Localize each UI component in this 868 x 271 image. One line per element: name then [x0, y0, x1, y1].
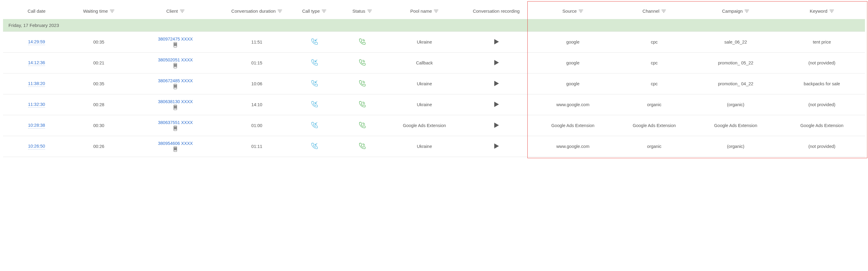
answered-call-icon — [358, 121, 366, 129]
client-number-link[interactable]: 380972475 XXXX — [158, 37, 193, 41]
filter-icon — [661, 9, 666, 13]
recording-cell[interactable] — [463, 32, 530, 53]
table-row: 11:32:3000:28380638130 XXXX14:10Ukrainew… — [3, 94, 865, 115]
table-row: 14:29:5900:35380972475 XXXX11:51Ukraineg… — [3, 32, 865, 53]
col-header-label: Status — [352, 8, 365, 13]
col-header-label: Conversation duration — [231, 8, 276, 13]
client-number-link[interactable]: 380954606 XXXX — [158, 141, 193, 146]
client-number-link[interactable]: 380502051 XXXX — [158, 57, 193, 62]
waiting-time-cell: 00:35 — [70, 32, 128, 53]
table-body: Friday, 17 February 202314:29:5900:35380… — [3, 19, 865, 157]
play-icon[interactable] — [493, 143, 500, 149]
incoming-call-icon — [310, 80, 318, 87]
client-number-link[interactable]: 380638130 XXXX — [158, 99, 193, 104]
client-number-link[interactable]: 380637551 XXXX — [158, 120, 193, 125]
pool-name-cell: Ukraine — [386, 73, 463, 94]
incoming-call-icon — [310, 100, 318, 108]
col-header-keyword[interactable]: Keyword — [779, 3, 865, 19]
col-header-label: Keyword — [810, 8, 827, 13]
pool-name-cell: Ukraine — [386, 32, 463, 53]
recording-cell[interactable] — [463, 115, 530, 136]
call-log-table: Call dateWaiting timeClientConversation … — [3, 3, 865, 157]
pool-name-cell: Callback — [386, 53, 463, 73]
filter-icon — [321, 9, 327, 13]
call-type-cell — [290, 32, 338, 53]
filter-icon — [277, 9, 282, 13]
play-icon[interactable] — [493, 122, 500, 128]
filter-icon — [829, 9, 834, 13]
col-header-label: Call date — [28, 8, 45, 13]
call-time-link[interactable]: 11:32:30 — [28, 102, 45, 108]
call-type-cell — [290, 73, 338, 94]
answered-call-icon — [358, 80, 366, 87]
table-header-row: Call dateWaiting timeClientConversation … — [3, 3, 865, 19]
campaign-cell: promotion_ 04_22 — [693, 73, 779, 94]
channel-cell: cpc — [616, 32, 693, 53]
call-time-link[interactable]: 11:38:20 — [28, 81, 45, 87]
keyword-cell: backpacks for sale — [779, 73, 865, 94]
status-cell — [338, 94, 386, 115]
play-icon[interactable] — [493, 38, 500, 45]
col-header-call_type[interactable]: Call type — [290, 3, 338, 19]
col-header-label: Waiting time — [83, 8, 108, 13]
answered-call-icon — [358, 59, 366, 66]
table-row: 14:12:3600:21380502051 XXXX01:15Callback… — [3, 53, 865, 73]
campaign-cell: Google Ads Extension — [693, 115, 779, 136]
campaign-cell: (organic) — [693, 94, 779, 115]
call-time-link[interactable]: 10:28:38 — [28, 122, 45, 128]
date-group-row: Friday, 17 February 2023 — [3, 19, 865, 32]
channel-cell: Google Ads Extension — [616, 115, 693, 136]
channel-cell: organic — [616, 94, 693, 115]
call-type-cell — [290, 94, 338, 115]
col-header-status[interactable]: Status — [338, 3, 386, 19]
call-time-link[interactable]: 14:12:36 — [28, 60, 45, 66]
status-cell — [338, 53, 386, 73]
recording-cell[interactable] — [463, 94, 530, 115]
client-number-link[interactable]: 380672485 XXXX — [158, 78, 193, 83]
recording-cell[interactable] — [463, 53, 530, 73]
svg-rect-31 — [174, 43, 177, 46]
recording-cell[interactable] — [463, 73, 530, 94]
pool-name-cell: Ukraine — [386, 136, 463, 157]
col-header-pool[interactable]: Pool name — [386, 3, 463, 19]
col-header-call_date: Call date — [3, 3, 70, 19]
mobile-device-icon — [173, 42, 178, 48]
keyword-cell: (not provided) — [779, 94, 865, 115]
status-cell — [338, 32, 386, 53]
channel-cell: cpc — [616, 53, 693, 73]
col-header-label: Call type — [302, 8, 320, 13]
filter-icon — [367, 9, 372, 13]
incoming-call-icon — [310, 121, 318, 129]
col-header-channel[interactable]: Channel — [616, 3, 693, 19]
col-header-campaign[interactable]: Campaign — [693, 3, 779, 19]
col-header-label: Client — [166, 8, 178, 13]
status-cell — [338, 115, 386, 136]
call-time-link[interactable]: 14:29:59 — [28, 39, 45, 45]
mobile-device-icon — [173, 146, 178, 152]
duration-cell: 11:51 — [223, 32, 290, 53]
svg-rect-35 — [174, 85, 177, 88]
filter-icon — [180, 9, 185, 13]
col-header-waiting[interactable]: Waiting time — [70, 3, 128, 19]
source-cell: google — [530, 32, 616, 53]
call-type-cell — [290, 53, 338, 73]
col-header-source[interactable]: Source — [530, 3, 616, 19]
col-header-client[interactable]: Client — [128, 3, 223, 19]
col-header-duration[interactable]: Conversation duration — [223, 3, 290, 19]
play-icon[interactable] — [493, 101, 500, 108]
duration-cell: 10:06 — [223, 73, 290, 94]
recording-cell[interactable] — [463, 136, 530, 157]
call-time-link[interactable]: 10:26:50 — [28, 143, 45, 149]
waiting-time-cell: 00:35 — [70, 73, 128, 94]
incoming-call-icon — [310, 142, 318, 150]
svg-rect-37 — [174, 106, 177, 109]
source-cell: google — [530, 53, 616, 73]
play-icon[interactable] — [493, 80, 500, 87]
answered-call-icon — [358, 100, 366, 108]
mobile-device-icon — [173, 63, 178, 68]
waiting-time-cell: 00:28 — [70, 94, 128, 115]
play-icon[interactable] — [493, 59, 500, 66]
filter-icon — [110, 9, 115, 13]
answered-call-icon — [358, 142, 366, 150]
col-header-label: Pool name — [410, 8, 432, 13]
